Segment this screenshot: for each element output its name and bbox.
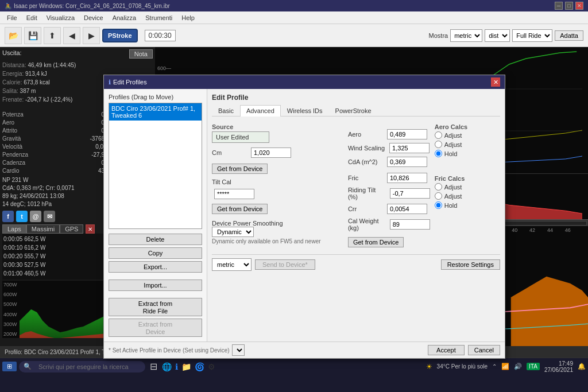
mostra-label: Mostra: [429, 32, 448, 39]
dialog-action-buttons: Delete Copy Export... Import... Extract …: [109, 234, 202, 337]
taskbar: ⊞ 🔍 ⊟ 🌐 ℹ 📁 🌀 ⚙ ☀ 34°C Per lo più sole ⌃…: [0, 358, 588, 375]
edit-profiles-dialog: ℹ Edit Profiles ✕ Profiles (Drag to Move…: [103, 75, 505, 359]
tab-laps[interactable]: Laps: [2, 224, 26, 234]
dialog-icon: ℹ: [109, 79, 111, 86]
riding-tilt-input[interactable]: [390, 188, 430, 199]
dynamic-note: Dynamic only available on FW5 and newer: [212, 238, 339, 244]
app-icon: 🚴: [5, 3, 11, 9]
facebook-icon[interactable]: f: [2, 211, 14, 222]
crr-input[interactable]: [387, 204, 427, 214]
menu-strumenti[interactable]: Strumenti: [141, 13, 177, 22]
time-display: 0:00:30: [145, 30, 176, 41]
fric-hold-radio[interactable]: [435, 201, 442, 209]
volume-icon[interactable]: 🔊: [514, 363, 522, 370]
open-button[interactable]: 📂: [5, 27, 22, 44]
taskbar-info-icon[interactable]: ℹ: [175, 362, 178, 371]
menu-device[interactable]: Device: [79, 13, 108, 22]
menu-edit[interactable]: Edit: [22, 13, 42, 22]
menu-analizza[interactable]: Analizza: [108, 13, 141, 22]
smoothing-select[interactable]: Dynamic Off: [212, 227, 254, 237]
accept-button[interactable]: Accept: [428, 345, 465, 355]
taskbar-chrome-icon[interactable]: 🌐: [162, 362, 172, 371]
minimize-button[interactable]: ─: [555, 2, 563, 10]
tilt-cal-input[interactable]: [214, 189, 254, 199]
fric-label: Fric: [348, 174, 382, 181]
fric-input[interactable]: [387, 173, 427, 183]
unit-select[interactable]: metric imperial: [212, 258, 252, 271]
taskbar-system-icons: ☀ 34°C Per lo più sole ⌃ 📶 🔊 ITA 17:49 2…: [426, 360, 586, 373]
fric-adjust-label-2: Adjust: [444, 193, 462, 200]
tab-gps[interactable]: GPS: [60, 224, 83, 234]
get-from-device-button-2[interactable]: Get from Device: [212, 204, 268, 214]
email-icon[interactable]: @: [30, 211, 41, 222]
language-indicator: ITA: [527, 363, 540, 370]
profile-item-selected[interactable]: BDC Ciro 23/06/2021 Prof# 1, Tweaked 6: [109, 103, 202, 121]
extract-device-button[interactable]: Extract from Device: [109, 319, 202, 337]
fric-hold-label: Hold: [444, 202, 458, 209]
fric-adjust-radio[interactable]: [435, 183, 442, 191]
network-icon[interactable]: 📶: [501, 363, 509, 370]
twitter-icon[interactable]: t: [16, 211, 28, 222]
tab-basic[interactable]: Basic: [212, 105, 240, 116]
adatta-button[interactable]: Adatta: [555, 30, 583, 41]
import-button[interactable]: Import...: [109, 280, 202, 291]
aero-adjust-label-2: Adjust: [444, 141, 462, 148]
tab-powerstroke[interactable]: PowerStroke: [329, 105, 378, 116]
dist-select[interactable]: dist: [485, 29, 510, 42]
maximize-button[interactable]: □: [565, 2, 573, 10]
send-to-device-button[interactable]: Send to Device*: [255, 259, 315, 270]
pstroke-button[interactable]: PStroke: [102, 29, 138, 42]
tab-advanced[interactable]: Advanced: [240, 105, 281, 117]
export-button[interactable]: Export...: [109, 261, 202, 273]
back-button[interactable]: ◀: [63, 27, 80, 44]
start-button[interactable]: ⊞: [2, 362, 17, 371]
dialog-bottom-bar: metric imperial Send to Device* Restore …: [212, 254, 500, 271]
aero-hold-radio[interactable]: [435, 150, 442, 157]
uscita-label: Uscita:: [2, 49, 22, 59]
fric-calcs-label: Fric Calcs: [435, 175, 500, 182]
get-from-device-button-3[interactable]: Get from Device: [348, 237, 404, 247]
taskbar-settings-icon[interactable]: ⚙: [208, 362, 215, 371]
nota-button[interactable]: Nota: [129, 49, 153, 59]
menu-visualizza[interactable]: Visualizza: [42, 13, 79, 22]
close-button[interactable]: ✕: [575, 2, 583, 10]
laps-close[interactable]: ✕: [86, 224, 95, 234]
copy-button[interactable]: Copy: [109, 247, 202, 259]
tab-massimi[interactable]: Massimi: [26, 224, 60, 234]
cm-input[interactable]: [251, 148, 291, 158]
aero-adjust-radio-2[interactable]: [435, 141, 442, 148]
cancel-button[interactable]: Cancel: [468, 345, 500, 355]
menu-file[interactable]: File: [2, 13, 22, 22]
get-from-device-button[interactable]: Get from Device: [212, 164, 268, 174]
taskbar-task-view[interactable]: ⊟: [150, 361, 157, 372]
save-button[interactable]: 💾: [24, 27, 41, 44]
cda-input[interactable]: [387, 157, 427, 167]
dialog-close-button[interactable]: ✕: [491, 77, 500, 87]
wind-scaling-input[interactable]: [389, 143, 430, 153]
tab-wireless-ids[interactable]: Wireless IDs: [281, 105, 329, 116]
upload-button[interactable]: ⬆: [44, 27, 61, 44]
up-arrow-icon[interactable]: ⌃: [492, 363, 497, 370]
window-title: Isaac per Windows: Corr_Ciro_24_06_2021_…: [14, 3, 170, 9]
taskbar-edge-icon[interactable]: 🌀: [195, 362, 204, 371]
ride-select[interactable]: Full Ride: [512, 29, 552, 42]
extract-ride-button[interactable]: Extract from Ride File: [109, 298, 202, 316]
metric-select[interactable]: metric: [450, 29, 482, 42]
envelope-icon[interactable]: ✉: [44, 211, 55, 222]
restore-settings-button[interactable]: Restore Settings: [441, 259, 500, 270]
aero-input[interactable]: [387, 129, 427, 139]
profiles-list[interactable]: BDC Ciro 23/06/2021 Prof# 1, Tweaked 6: [109, 103, 202, 229]
taskbar-explorer-icon[interactable]: 📁: [181, 362, 191, 371]
aero-adjust-label: Adjust: [444, 132, 462, 139]
aero-adjust-radio[interactable]: [435, 131, 442, 139]
advanced-content: Source User Edited Cm Get from Device Ti…: [212, 121, 500, 250]
profile-tabs: Basic Advanced Wireless IDs PowerStroke: [212, 105, 500, 117]
active-profile-select[interactable]: [232, 344, 245, 356]
forward-button[interactable]: ▶: [83, 27, 100, 44]
notification-icon[interactable]: 🔔: [578, 363, 586, 370]
delete-button[interactable]: Delete: [109, 234, 202, 245]
fric-adjust-radio-2[interactable]: [435, 192, 442, 200]
cal-weight-input[interactable]: [390, 219, 430, 230]
menu-help[interactable]: Help: [177, 13, 199, 22]
taskbar-search-input[interactable]: [34, 362, 141, 371]
